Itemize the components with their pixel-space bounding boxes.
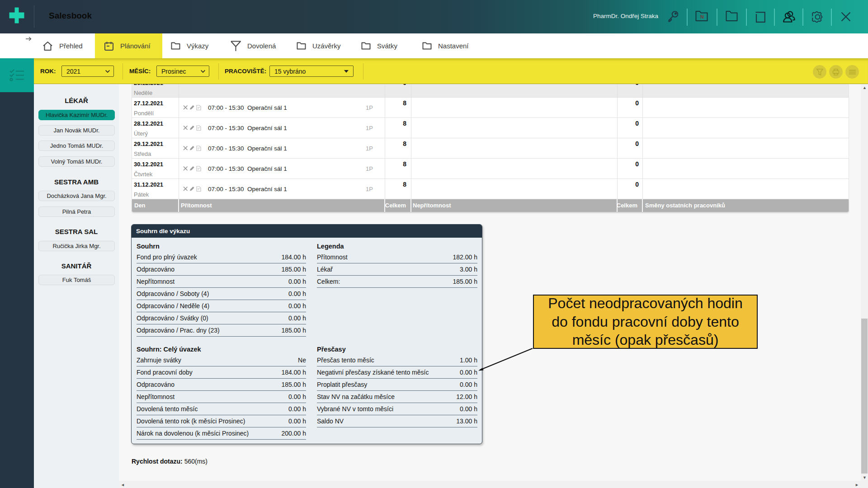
svg-text:N: N — [700, 14, 704, 19]
